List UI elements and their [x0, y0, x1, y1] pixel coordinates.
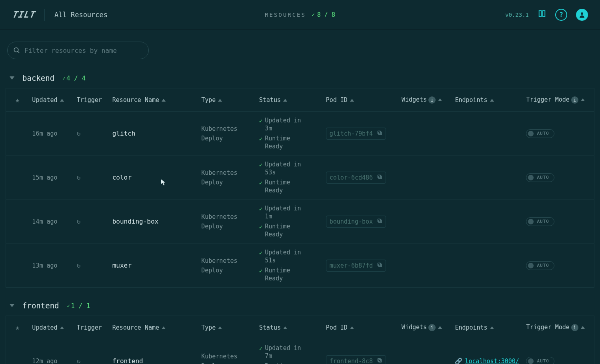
page-title: All Resources: [54, 11, 108, 19]
pod-id-pill[interactable]: frontend-8c86: [326, 355, 386, 364]
resources-count: 8 / 8: [312, 11, 335, 18]
svg-rect-11: [378, 359, 381, 362]
col-type[interactable]: Type: [201, 96, 216, 104]
type-cell: KubernetesDeploy: [198, 339, 256, 364]
pod-id-pill[interactable]: color-6cd4866: [326, 172, 386, 184]
resource-name[interactable]: glitch: [112, 130, 136, 137]
updated-cell: 12m ago: [29, 339, 73, 364]
copy-icon[interactable]: [377, 130, 382, 137]
type-cell: KubernetesDeploy: [198, 156, 256, 200]
trigger-mode-label: AUTO: [537, 219, 549, 224]
trigger-mode-toggle[interactable]: AUTO: [526, 217, 554, 226]
resource-name[interactable]: bounding-box: [112, 218, 159, 225]
search-input[interactable]: [24, 47, 143, 54]
svg-rect-5: [378, 176, 381, 178]
col-type[interactable]: Type: [201, 324, 216, 331]
group-count: 4 / 4: [62, 74, 86, 82]
snapshot-icon[interactable]: [538, 9, 546, 20]
copy-icon[interactable]: [377, 218, 382, 225]
trigger-mode-toggle[interactable]: AUTO: [526, 357, 554, 364]
col-pod[interactable]: Pod ID: [326, 96, 348, 104]
endpoint-cell: 🔗localhost:3000/: [452, 339, 523, 364]
toggle-knob: [528, 131, 534, 136]
user-icon[interactable]: [576, 9, 588, 21]
table-row[interactable]: 15m ago ↻ color KubernetesDeploy ✓Update…: [6, 156, 594, 200]
col-status[interactable]: Status: [259, 324, 281, 331]
col-trigger[interactable]: Trigger: [77, 324, 102, 331]
resource-name[interactable]: muxer: [112, 262, 132, 269]
check-icon: ✓: [259, 363, 262, 364]
endpoint-link[interactable]: localhost:3000/: [465, 358, 519, 364]
copy-icon[interactable]: [377, 262, 382, 269]
trigger-icon[interactable]: ↻: [77, 262, 81, 269]
trigger-icon[interactable]: ↻: [77, 357, 81, 364]
check-icon: ✓: [259, 161, 262, 169]
col-pod[interactable]: Pod ID: [326, 324, 348, 331]
resource-name[interactable]: frontend: [112, 357, 143, 364]
type-cell: KubernetesDeploy: [198, 244, 256, 288]
type-cell: KubernetesDeploy: [198, 112, 256, 156]
check-icon: ✓: [259, 345, 262, 352]
svg-rect-8: [378, 219, 380, 222]
updated-cell: 13m ago: [29, 244, 73, 288]
svg-rect-3: [378, 132, 381, 134]
col-endpoints[interactable]: Endpoints: [455, 324, 487, 331]
pod-id-pill[interactable]: glitch-79bf45: [326, 128, 386, 140]
pod-id-pill[interactable]: bounding-box-: [326, 216, 386, 228]
check-icon: ✓: [259, 135, 262, 143]
pod-id-pill[interactable]: muxer-6b87fdb: [326, 260, 386, 272]
col-name[interactable]: Resource Name: [112, 96, 159, 104]
pod-id: bounding-box-: [330, 218, 373, 225]
resource-table: ★ Updated Trigger Resource Name Type Sta…: [6, 316, 594, 364]
trigger-icon[interactable]: ↻: [77, 130, 81, 137]
col-name[interactable]: Resource Name: [112, 324, 159, 331]
search-field[interactable]: [7, 42, 149, 59]
pod-id: frontend-8c86: [330, 358, 373, 364]
copy-icon[interactable]: [377, 174, 382, 181]
col-widgets[interactable]: Widgets: [402, 96, 427, 103]
divider: [44, 9, 45, 21]
col-updated[interactable]: Updated: [32, 96, 57, 104]
svg-rect-9: [378, 264, 381, 266]
check-icon: ✓: [259, 205, 262, 213]
status-cell: ✓Updated in 53s ✓Runtime Ready: [259, 160, 320, 194]
col-endpoints[interactable]: Endpoints: [455, 96, 487, 104]
col-updated[interactable]: Updated: [32, 324, 57, 331]
col-status[interactable]: Status: [259, 96, 281, 104]
trigger-icon[interactable]: ↻: [77, 218, 81, 225]
table-row[interactable]: 13m ago ↻ muxer KubernetesDeploy ✓Update…: [6, 244, 594, 288]
table-row[interactable]: 14m ago ↻ bounding-box KubernetesDeploy …: [6, 200, 594, 244]
caret-down-icon: [10, 304, 14, 307]
trigger-mode-toggle[interactable]: AUTO: [526, 173, 554, 182]
table-row[interactable]: 12m ago ↻ frontend KubernetesDeploy ✓Upd…: [6, 339, 594, 364]
group-header[interactable]: frontend 1 / 1: [6, 301, 594, 316]
endpoint-cell: [452, 244, 523, 288]
col-trigger[interactable]: Trigger: [77, 96, 102, 104]
trigger-mode-label: AUTO: [537, 263, 549, 268]
col-widgets[interactable]: Widgets: [402, 324, 427, 331]
logo[interactable]: TILT: [11, 10, 35, 20]
help-icon[interactable]: ?: [555, 9, 567, 21]
check-icon: ✓: [259, 267, 262, 275]
trigger-mode-toggle[interactable]: AUTO: [526, 261, 554, 270]
svg-rect-4: [378, 131, 380, 134]
svg-line-2: [18, 51, 19, 53]
col-mode[interactable]: Trigger Mode: [526, 324, 569, 331]
trigger-mode-label: AUTO: [537, 131, 549, 136]
copy-icon[interactable]: [377, 358, 382, 364]
table-row[interactable]: 16m ago ↻ glitch KubernetesDeploy ✓Updat…: [6, 112, 594, 156]
resource-name[interactable]: color: [112, 174, 132, 181]
toggle-knob: [528, 263, 534, 268]
status-cell: ✓Updated in 7m ✓Runtime Ready: [259, 344, 320, 364]
group-count: 1 / 1: [67, 302, 90, 310]
col-mode[interactable]: Trigger Mode: [526, 96, 569, 103]
star-header-icon[interactable]: ★: [15, 323, 20, 332]
svg-rect-6: [378, 175, 380, 178]
group-header[interactable]: backend 4 / 4: [6, 74, 594, 88]
updated-cell: 16m ago: [29, 112, 73, 156]
search-icon: [13, 47, 20, 54]
trigger-mode-toggle[interactable]: AUTO: [526, 129, 554, 138]
star-header-icon[interactable]: ★: [15, 96, 20, 104]
trigger-icon[interactable]: ↻: [77, 174, 81, 181]
trigger-mode-label: AUTO: [537, 358, 549, 364]
